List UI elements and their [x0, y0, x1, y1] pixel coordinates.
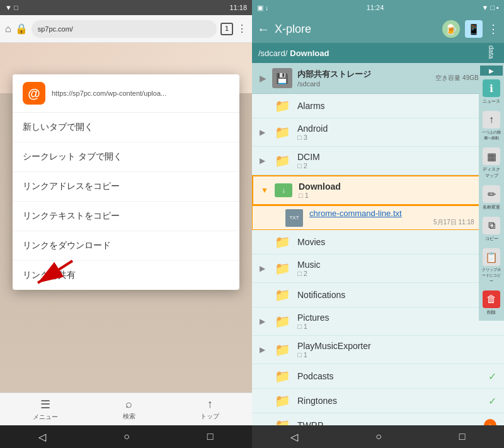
file-info-music: Music □ 2: [297, 260, 482, 277]
file-item-music[interactable]: ▶ 📁 Music □ 2 ✓: [252, 255, 504, 283]
file-item-alarms[interactable]: 📁 Alarms ✓: [252, 94, 504, 118]
sidebar-arrow-button[interactable]: ▶: [480, 66, 503, 76]
expand-music[interactable]: ▶: [260, 264, 267, 273]
context-copy-link[interactable]: リンクアドレスをコピー: [13, 172, 239, 202]
file-name-download: Download: [299, 181, 495, 192]
file-sub-download: □ 1: [299, 192, 495, 199]
file-name-dcim: DCIM: [297, 152, 496, 162]
top-icon: ↑: [207, 398, 213, 411]
status-bar-left: ▼ □ 11:18: [0, 0, 252, 15]
storage-path: /sdcard: [297, 80, 430, 88]
right-sidebar: ▶ ℹ ニュース ↑ 一つ上の階層へ移動 ▦ ディスクマップ ✏ 名称変更 ⧉ …: [479, 63, 504, 321]
home-button-right-sys[interactable]: ○: [375, 431, 382, 442]
clipboard-icon: 📋: [483, 248, 500, 266]
file-item-android[interactable]: ▶ 📁 Android □ 3: [252, 118, 504, 147]
back-button-left[interactable]: ◁: [38, 431, 46, 443]
tab-count[interactable]: 1: [220, 23, 233, 35]
info-icon: ℹ: [483, 79, 500, 97]
back-button-right-sys[interactable]: ◁: [290, 431, 298, 443]
download-folder-icon: ↓: [275, 183, 292, 197]
more-button-right[interactable]: ⋮: [488, 22, 499, 36]
file-item-chrome-txt[interactable]: TXT chrome-command-line.txt 5月17日 11:18 …: [252, 205, 504, 230]
file-info-android: Android □ 3: [297, 123, 496, 141]
file-name-music: Music: [297, 260, 482, 270]
menu-icon: ☰: [40, 398, 50, 411]
data-tab[interactable]: data: [479, 43, 504, 62]
context-open-new-tab[interactable]: 新しいタブで開く: [13, 113, 239, 142]
file-name-pictures: Pictures: [297, 313, 496, 323]
expand-playmusic[interactable]: ▶: [260, 345, 267, 354]
back-button-right[interactable]: ←: [257, 22, 270, 37]
up-icon: ↑: [483, 111, 500, 129]
file-sub-pictures: □ 1: [297, 323, 496, 330]
sidebar-btn-delete[interactable]: 🗑 削除: [480, 288, 503, 318]
sidebar-btn-diskmap[interactable]: ▦ ディスクマップ: [480, 145, 503, 181]
status-icons-right-left: ▣ ↓: [257, 4, 269, 12]
recents-button-right-sys[interactable]: □: [459, 431, 466, 442]
folder-icon-movies: 📁: [273, 235, 291, 249]
file-name-podcasts: Podcasts: [297, 371, 482, 381]
at-icon: @: [23, 82, 45, 105]
file-item-playmusic[interactable]: ▶ 📁 PlayMusicExporter □ 1: [252, 336, 504, 364]
file-item-dcim[interactable]: ▶ 📁 DCIM □ 2: [252, 147, 504, 175]
sidebar-btn-clipboard[interactable]: 📋 クリップボードにコピー: [480, 246, 503, 287]
file-item-pictures[interactable]: ▶ 📁 Pictures □ 1: [252, 307, 504, 336]
file-item-movies[interactable]: 📁 Movies ✓: [252, 230, 504, 255]
status-icons-right-right: ▼ □ ▪: [481, 4, 499, 11]
nav-search[interactable]: ⌕ 検索: [123, 398, 135, 421]
context-copy-text[interactable]: リンクテキストをコピー: [13, 202, 239, 231]
file-item-ringtones[interactable]: 📁 Ringtones ✓: [252, 389, 504, 413]
file-name-playmusic: PlayMusicExporter: [297, 341, 496, 351]
status-icons-left: ▼ □: [5, 4, 18, 11]
folder-icon-dcim: 📁: [273, 154, 291, 168]
file-item-podcasts[interactable]: 📁 Podcasts ✓: [252, 364, 504, 389]
app-title: X-plore: [275, 23, 437, 36]
expand-pictures[interactable]: ▶: [260, 317, 267, 326]
folder-icon-alarms: 📁: [273, 99, 291, 113]
nav-menu-label: メニュー: [33, 413, 58, 422]
home-icon[interactable]: ⌂: [5, 23, 11, 35]
expand-dcim[interactable]: ▶: [260, 156, 267, 165]
file-sub-music: □ 2: [297, 270, 482, 277]
storage-header[interactable]: ▶ 💾 内部共有ストレージ /sdcard 空き容量 49GB/54GB: [252, 63, 504, 94]
nav-menu[interactable]: ☰ メニュー: [33, 398, 58, 422]
url-bar[interactable]: sp7pc.com/: [32, 20, 217, 38]
context-open-secret[interactable]: シークレット タブで開く: [13, 142, 239, 172]
file-name-android: Android: [297, 123, 496, 134]
file-name-twrp: TWRP: [297, 420, 478, 425]
system-nav-left: ◁ ○ □: [0, 425, 252, 448]
file-item-download[interactable]: ▼ ↓ Download □ 1: [252, 175, 504, 205]
folder-icon-twrp: 📁: [273, 418, 291, 425]
folder-icon-ringtones: 📁: [273, 394, 291, 408]
storage-device-icon: 💾: [272, 68, 292, 88]
expand-download[interactable]: ▼: [261, 186, 268, 195]
delete-icon: 🗑: [483, 290, 500, 308]
time-right: 11:24: [367, 4, 384, 11]
file-name-chrome: chrome-command-line.txt: [309, 209, 496, 218]
file-sub-dcim: □ 2: [297, 162, 496, 169]
home-button-left[interactable]: ○: [123, 431, 130, 442]
nav-top[interactable]: ↑ トップ: [200, 398, 219, 421]
sidebar-btn-copy[interactable]: ⧉ コピー: [480, 214, 503, 244]
twrp-badge: +: [484, 419, 496, 425]
folder-icon-music: 📁: [273, 261, 291, 275]
sidebar-label-delete: 削除: [487, 309, 496, 316]
recents-button-left[interactable]: □: [207, 431, 214, 442]
sidebar-btn-up[interactable]: ↑ 一つ上の階層へ移動: [480, 108, 503, 144]
beer-icon[interactable]: 🍺: [442, 20, 460, 38]
file-item-twrp[interactable]: 📁 TWRP +: [252, 413, 504, 425]
sidebar-btn-info[interactable]: ℹ ニュース: [480, 77, 503, 107]
context-menu-header: @ https://sp7pc.com/wp-content/uploa...: [13, 74, 239, 113]
txt-file-icon: TXT: [285, 209, 303, 227]
lock-icon: 🔒: [15, 23, 28, 35]
expand-android[interactable]: ▶: [260, 128, 267, 137]
left-panel: ▼ □ 11:18 ⌂ 🔒 sp7pc.com/ 1 ⋮ @ https://s…: [0, 0, 252, 448]
status-bar-right: ▣ ↓ 11:24 ▼ □ ▪: [252, 0, 504, 15]
phone-icon[interactable]: 📱: [465, 20, 483, 38]
search-icon: ⌕: [125, 398, 132, 411]
file-item-notifications[interactable]: 📁 Notifications ✓: [252, 283, 504, 307]
sidebar-btn-rename[interactable]: ✏ 名称変更: [480, 183, 503, 213]
more-icon[interactable]: ⋮: [237, 23, 247, 35]
storage-expand[interactable]: ▶: [260, 73, 267, 83]
right-panel: ▣ ↓ 11:24 ▼ □ ▪ ← X-plore 🍺 📱 ⋮ data /sd…: [252, 0, 504, 448]
